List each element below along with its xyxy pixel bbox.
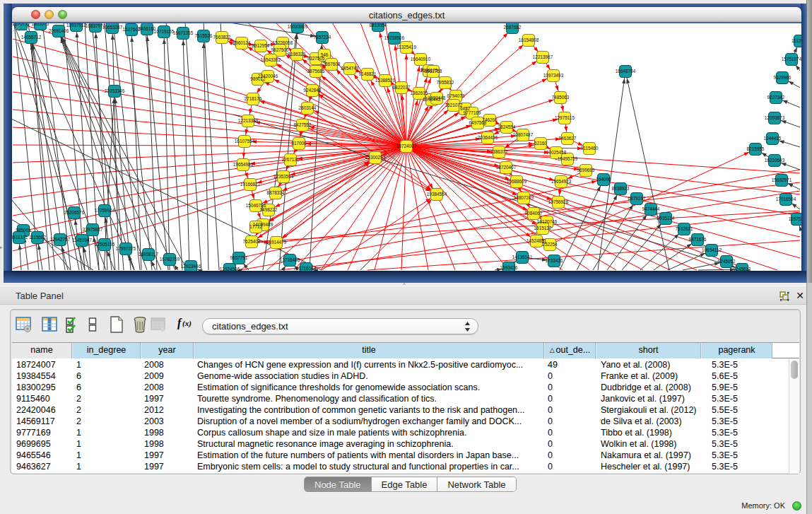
node-label: 12924506: [220, 267, 240, 271]
graph-edge[interactable]: [367, 240, 800, 270]
node-label: 15226058: [273, 40, 293, 45]
node-label: 9242848: [304, 88, 322, 93]
node-label: 17712: [249, 224, 262, 229]
cell-out_de: 0: [548, 461, 594, 472]
cell-out_de: 0: [548, 438, 594, 450]
node-label: 8215955: [747, 146, 765, 151]
node-label: 16154808: [519, 37, 539, 42]
node-label: 9699695: [577, 168, 595, 173]
table-select[interactable]: citations_edges.txt: [202, 318, 478, 334]
edge-arrowhead: [762, 153, 767, 157]
table-row[interactable]: 946554611997Estimation of the future num…: [12, 450, 799, 461]
table-scrollbar-thumb[interactable]: [791, 361, 798, 379]
node-label: 8454749: [341, 66, 359, 71]
node-label: 9146821: [359, 71, 377, 76]
table-scrollbar[interactable]: [789, 359, 799, 474]
table-row[interactable]: 911546021997Tourette syndrome. Phenomeno…: [12, 393, 799, 404]
network-graph[interactable]: 2055712180557314055712206914061893791218…: [12, 23, 801, 271]
graph-edge[interactable]: [131, 30, 141, 270]
graph-edge[interactable]: [276, 158, 375, 243]
combo-stepper-icon: [464, 321, 471, 332]
unselect-all-icon[interactable]: [88, 316, 97, 336]
select-all-icon[interactable]: [66, 316, 80, 336]
outer-scrollbar-bottom[interactable]: [806, 283, 812, 514]
node-label: 21053346: [105, 88, 125, 93]
cell-out_de: 0: [548, 404, 594, 416]
cell-out_de: 0: [548, 382, 594, 393]
table-row[interactable]: 1938455462009Genome-wide association stu…: [12, 370, 799, 382]
memory-status: Memory: OK: [741, 501, 785, 510]
table-row[interactable]: 969969511998Structural magnetic resonanc…: [12, 438, 799, 450]
graph-edge[interactable]: [220, 23, 235, 270]
table-row[interactable]: 1872400712008Changes of HCN gene express…: [12, 359, 799, 370]
cell-title: Embryonic stem cells: a model to study s…: [197, 461, 543, 472]
graph-edge[interactable]: [13, 146, 406, 180]
delete-column-icon[interactable]: [133, 316, 147, 336]
node-label: 9115460: [581, 146, 599, 151]
cell-name: 9465546: [16, 450, 71, 461]
table-row[interactable]: 2242004622012Investigating the contribut…: [12, 404, 799, 416]
memory-ok-icon: [792, 501, 801, 510]
node-label: 12923446: [181, 264, 201, 269]
graph-edge[interactable]: [560, 180, 604, 270]
edge-arrowhead: [274, 80, 279, 83]
edge-arrowhead: [245, 173, 248, 177]
tab-node-table[interactable]: Node Table: [305, 477, 372, 491]
graph-edge[interactable]: [204, 36, 208, 270]
graph-edge[interactable]: [13, 146, 406, 216]
edge-arrowhead: [743, 152, 748, 156]
node-label: 7485063: [552, 95, 570, 100]
tab-network-table[interactable]: Network Table: [437, 477, 515, 491]
table-options-icon[interactable]: [16, 316, 33, 336]
float-panel-icon[interactable]: [779, 291, 789, 301]
table-row[interactable]: 1830029562008Estimation of significance …: [12, 382, 799, 393]
tab-edge-table[interactable]: Edge Table: [372, 477, 438, 491]
network-canvas[interactable]: 2055712180557314055712206914061893791218…: [12, 23, 801, 271]
graph-edge[interactable]: [185, 23, 201, 270]
show-columns-icon[interactable]: [41, 316, 58, 336]
graph-edge[interactable]: [598, 71, 625, 270]
close-panel-icon[interactable]: ✕: [795, 291, 805, 300]
node-label: 8960124: [233, 40, 251, 45]
graph-edge[interactable]: [13, 146, 406, 163]
graph-edge[interactable]: [401, 146, 406, 270]
column-header-short[interactable]: short: [596, 343, 701, 358]
edge-arrowhead: [555, 86, 558, 90]
node-label: 16210643: [765, 158, 785, 163]
node-label: 3824554: [498, 124, 516, 129]
node-label: 12942757: [50, 237, 71, 242]
node-label: 20206576: [64, 210, 85, 215]
new-column-icon[interactable]: [109, 316, 124, 336]
column-header-in_degree[interactable]: in_degree: [72, 343, 141, 358]
cell-pagerank: 5.3E-5: [712, 359, 771, 370]
node-label: 20364436: [478, 135, 498, 140]
outer-scrollbar-top[interactable]: [806, 0, 812, 283]
table-row[interactable]: 977716911998Corpus callosum shape and si…: [12, 427, 799, 438]
node-label: 9245612: [734, 267, 751, 271]
table-row[interactable]: 1456911722003Disruption of a novel membe…: [12, 416, 799, 427]
table-row[interactable]: 946362711997Embryonic stem cells: a mode…: [12, 461, 799, 472]
cell-out_de: 0: [548, 416, 594, 427]
column-header-pagerank[interactable]: pagerank: [701, 343, 772, 358]
graph-edge[interactable]: [13, 74, 406, 146]
cell-in_degree: 6: [76, 382, 139, 393]
node-label: 3911371: [12, 235, 28, 240]
column-header-title[interactable]: title: [194, 343, 544, 358]
graph-edge[interactable]: [406, 146, 800, 258]
edge-arrowhead: [577, 142, 582, 146]
import-table-icon: [150, 316, 167, 336]
cell-pagerank: 5.3E-5: [712, 450, 771, 461]
cell-out_de: 49: [548, 359, 594, 370]
column-header-name[interactable]: name: [12, 343, 72, 358]
edge-arrowhead: [558, 190, 562, 195]
node-label: 1112824: [792, 38, 801, 43]
edge-arrowhead: [564, 127, 567, 132]
function-builder-icon[interactable]: f(x): [177, 316, 194, 333]
resize-grip-icon[interactable]: [12, 23, 20, 32]
edge-arrowhead: [782, 100, 787, 104]
column-header-out_de[interactable]: △ out_de...: [544, 343, 596, 358]
network-window-titlebar[interactable]: citations_edges.txt: [12, 7, 801, 23]
node-label: 1244415: [764, 136, 782, 141]
column-header-year[interactable]: year: [141, 343, 194, 358]
cell-out_de: 0: [548, 370, 594, 382]
